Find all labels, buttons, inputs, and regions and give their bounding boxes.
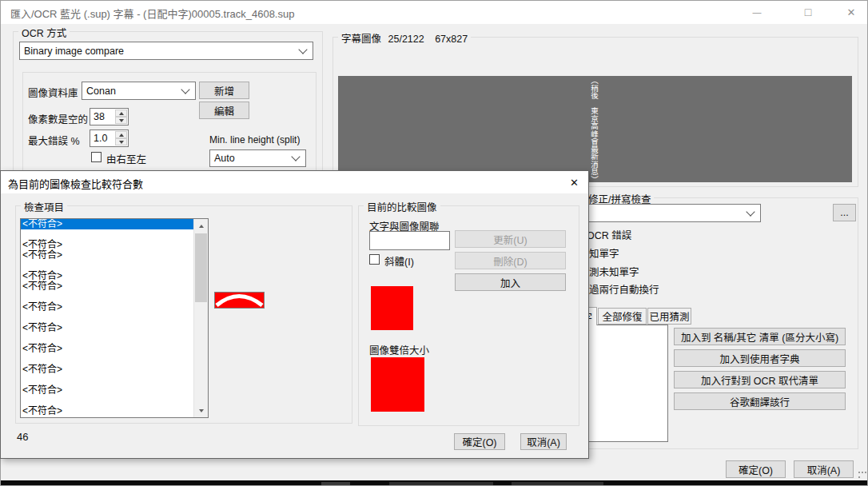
subtitle-image-preview: （稍後 東京高峰會最新消息） [338,76,852,182]
chevron-down-icon [291,152,300,161]
rtl-label: 由右至左 [106,151,146,166]
add-to-names-list-button[interactable]: 加入到 名稱/其它 清單 (區分大小寫) [674,328,846,345]
max-error-label: 最大錯誤 % [28,133,80,148]
main-cancel-button[interactable]: 取消(A) [794,460,854,478]
close-icon: ✕ [570,177,579,189]
compare-image-double-preview [371,357,424,412]
tab-guesses-used[interactable]: 已用猜測 [647,308,691,325]
close-button[interactable]: ✕ [833,0,868,24]
italic-label: 斜體(I) [384,253,414,269]
add-to-ocr-replace-button[interactable]: 加入行對到 OCR 取代清單 [674,371,846,388]
dialog-titlebar[interactable]: 為目前的圖像檢查比較符合數 ✕ [1,171,588,193]
ocr-method-select[interactable]: Binary image compare [19,42,313,60]
min-line-height-label: Min. line height (split) [209,134,300,145]
spin-up-icon[interactable] [115,110,127,117]
pixels-space-value: 38 [94,111,105,122]
max-error-value: 1.0 [94,133,107,144]
titlebar[interactable]: 匯入/OCR 藍光 (.sup) 字幕 - (日配中字)00005.track_… [0,0,868,24]
list-scrollbar[interactable] [193,219,208,417]
option-ocr-errors-label: OCR 錯誤 [587,227,631,242]
taskbar-item [512,482,603,485]
inspect-matches-dialog: 為目前的圖像檢查比較符合數 ✕ 檢查項目 <不符合> <不符合> <不符合> <… [0,170,589,459]
scroll-down-icon[interactable] [194,404,208,417]
minimize-button[interactable]: — [739,0,775,24]
pixels-space-stepper[interactable]: 38 [90,108,129,125]
inspect-items-list[interactable]: <不符合> <不符合> <不符合> <不符合> <不符合> <不符合> <不符合… [20,218,209,418]
min-line-height-value: Auto [210,153,235,164]
match-count: 46 [17,431,28,443]
ocr-method-value: Binary image compare [20,46,124,57]
tab-all-fixes[interactable]: 全部修復 [598,308,647,325]
subtitle-vertical-text: （稍後 東京高峰會最新消息） [588,77,599,181]
window-title: 匯入/OCR 藍光 (.sup) 字幕 - (日配中字)00005.track_… [10,6,294,21]
option-unknown-words-label: 知單字 [589,245,619,261]
list-item[interactable]: <不符合> [21,406,194,416]
list-item[interactable]: <不符合> [21,364,194,375]
compare-image-label: 目前的比較圖像 [364,199,440,214]
option-autobreak-label: 過兩行自動換行 [589,281,659,297]
dialog-title: 為目前的圖像檢查比較符合數 [8,176,143,191]
italic-checkbox[interactable] [369,254,380,265]
subtitle-image-counter: 25/2122 [388,34,424,45]
list-item[interactable]: <不符合> [21,219,194,229]
image-db-select[interactable]: Conan [82,82,196,100]
chevron-down-icon [181,85,189,94]
compare-image-preview [371,286,413,330]
scrollbar-thumb[interactable] [195,233,207,302]
list-item[interactable]: <不符合> [21,250,194,261]
list-item[interactable]: <不符合> [21,281,194,292]
inspected-glyph-image [214,292,265,309]
list-item[interactable]: <不符合> [21,323,194,333]
subtitle-image-size: 67x827 [435,34,468,45]
list-item[interactable]: <不符合> [21,302,194,313]
spin-down-icon[interactable] [115,117,127,124]
delete-button[interactable]: 刪除(D) [455,252,566,269]
main-ok-button[interactable]: 確定(O) [726,460,786,478]
dialog-close-button[interactable]: ✕ [559,171,589,193]
maximize-button[interactable]: □ [790,0,826,24]
chevron-down-icon [298,45,307,54]
taskbar-item [389,482,493,485]
taskbar-strip [0,480,868,486]
option-guess-unknown-label: 測未知單字 [589,264,639,279]
add-button[interactable]: 加入 [455,273,566,291]
resize-grip[interactable] [858,472,866,480]
list-item[interactable]: <不符合> [21,385,194,396]
maximize-icon: □ [805,6,811,18]
subtitle-image-caption: 字幕圖像 25/2122 67x827 [338,30,471,46]
double-size-label: 圖像雙倍大小 [369,342,429,357]
edit-db-button[interactable]: 編輯 [199,102,249,119]
pixels-space-label: 像素數是空的 [28,111,88,126]
update-button[interactable]: 更新(U) [455,230,566,248]
list-item[interactable]: <不符合> [21,344,194,354]
inspect-items-label: 檢查項目 [21,199,67,214]
new-db-button[interactable]: 新增 [199,82,249,99]
app-window: 匯入/OCR 藍光 (.sup) 字幕 - (日配中字)00005.track_… [0,0,868,486]
image-db-value: Conan [82,86,116,97]
dialog-cancel-button[interactable]: 取消(A) [520,433,567,450]
ocr-method-group-label: OCR 方式 [18,25,70,40]
min-line-height-select[interactable]: Auto [209,149,306,167]
close-icon: ✕ [847,6,856,18]
google-translate-button[interactable]: 谷歌翻譯該行 [674,392,846,410]
minimize-icon: — [753,7,762,17]
chevron-down-icon [746,207,755,216]
text-assoc-input[interactable] [369,231,450,250]
image-db-label: 圖像資料庫 [28,85,78,100]
dialog-ok-button[interactable]: 確定(O) [454,433,505,450]
spellcheck-more-button[interactable]: ... [833,204,856,221]
spin-down-icon[interactable] [115,138,127,145]
spin-up-icon[interactable] [115,131,127,138]
taskbar-item [321,482,350,485]
add-to-user-dictionary-button[interactable]: 加入到使用者字典 [674,349,846,367]
rtl-checkbox[interactable] [91,152,102,162]
scroll-up-icon[interactable] [194,219,208,233]
max-error-stepper[interactable]: 1.0 [90,129,129,147]
subtitle-image-label: 字幕圖像 [341,34,381,45]
